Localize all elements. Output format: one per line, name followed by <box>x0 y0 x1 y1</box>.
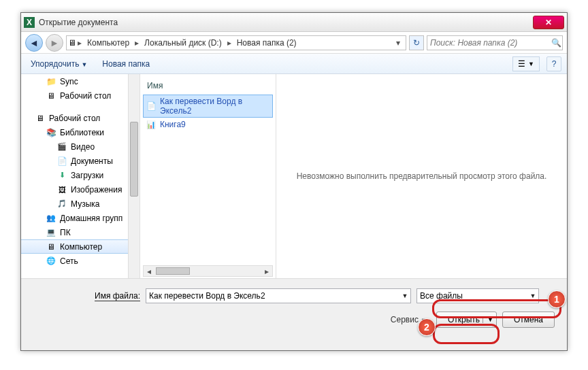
badge-1: 1 <box>548 290 566 308</box>
home-icon <box>46 213 56 224</box>
folder-icon <box>46 76 56 87</box>
forward-button[interactable]: ► <box>46 34 63 52</box>
preview-message: Невозможно выполнить предварительный про… <box>297 171 547 181</box>
file-name: Книга9 <box>160 120 186 129</box>
nav-tree[interactable]: SyncРабочий столРабочий столБиблиотекиВи… <box>21 74 140 278</box>
tree-node[interactable]: Рабочий стол <box>21 88 140 103</box>
file-item[interactable]: Как перевести Ворд в Эксель2 <box>143 95 273 118</box>
tree-label: Рабочий стол <box>60 91 111 101</box>
tree-node[interactable]: ПК <box>21 225 140 239</box>
refresh-button[interactable]: ↻ <box>409 35 424 50</box>
search-icon: 🔍 <box>550 38 562 48</box>
filename-combo[interactable]: ▼ <box>146 288 411 303</box>
tree-scrollbar[interactable] <box>128 74 140 278</box>
file-item[interactable]: Книга9 <box>143 118 273 131</box>
tree-node[interactable]: Домашняя групп <box>21 211 140 225</box>
tree-node[interactable]: Рабочий стол <box>21 111 140 125</box>
file-icon <box>146 119 157 130</box>
chevron-down-icon[interactable]: ▼ <box>399 292 410 299</box>
tree-node[interactable]: Библиотеки <box>21 125 140 139</box>
tree-label: Домашняя групп <box>60 214 122 223</box>
tree-label: Музыка <box>71 199 99 209</box>
search-box[interactable]: 🔍 <box>427 35 563 50</box>
breadcrumb[interactable]: ▸ Компьютер ▸ Локальный диск (D:) ▸ Нова… <box>66 35 406 50</box>
file-list[interactable]: Имя Как перевести Ворд в Эксель2Книга9 ◂… <box>140 74 276 278</box>
file-name: Как перевести Ворд в Эксель2 <box>160 97 270 116</box>
scrollbar-thumb[interactable] <box>130 122 138 197</box>
close-button[interactable]: ✕ <box>533 16 564 29</box>
tree-label: Документы <box>71 156 113 166</box>
filetype-filter[interactable]: ▼ <box>416 288 539 303</box>
pc-icon <box>46 227 56 238</box>
desktop-icon <box>46 90 56 101</box>
chevron-down-icon[interactable]: ▼ <box>527 292 538 299</box>
tree-label: Компьютер <box>60 242 102 252</box>
chevron-right-icon: ▸ <box>76 38 83 48</box>
tree-node[interactable]: Изображения <box>21 182 140 197</box>
back-button[interactable]: ◄ <box>25 34 43 52</box>
breadcrumb-seg[interactable]: Локальный диск (D:) <box>140 38 226 48</box>
scrollbar-thumb[interactable] <box>156 267 190 275</box>
filter-input[interactable] <box>417 291 527 301</box>
chevron-right-icon: ▸ <box>133 38 140 48</box>
breadcrumb-dropdown[interactable]: ▾ <box>392 38 404 48</box>
view-options[interactable]: ☰▼ <box>512 56 540 71</box>
desktop-icon <box>35 113 46 124</box>
window-title: Открытие документа <box>39 18 533 27</box>
svg-text:X: X <box>27 18 32 27</box>
tree-label: Видео <box>71 142 95 152</box>
titlebar: X Открытие документа ✕ <box>21 13 567 32</box>
organize-menu[interactable]: Упорядочить▼ <box>27 56 91 71</box>
new-folder-button[interactable]: Новая папка <box>98 56 154 71</box>
video-icon <box>56 141 67 152</box>
help-button[interactable]: ? <box>546 56 561 71</box>
toolbar: Упорядочить▼ Новая папка ☰▼ ? <box>21 54 567 74</box>
tree-node[interactable]: Документы <box>21 154 140 168</box>
tree-label: Sync <box>60 77 78 86</box>
doc-icon <box>56 156 67 167</box>
comp-icon <box>46 241 56 252</box>
bottom-panel: Имя файла: ▼ ▼ Сервис▼ Открыть▼ Отмена <box>21 278 567 335</box>
dialog-body: SyncРабочий столРабочий столБиблиотекиВи… <box>21 74 567 278</box>
tree-label: Загрузки <box>71 171 103 180</box>
search-input[interactable] <box>427 38 550 48</box>
lib-icon <box>46 127 56 138</box>
file-list-hscroll[interactable]: ◂ ▸ <box>143 265 273 277</box>
tree-node[interactable]: Музыка <box>21 197 140 211</box>
filename-label: Имя файла: <box>28 291 140 301</box>
tree-node[interactable]: Компьютер <box>21 239 140 254</box>
open-file-dialog: X Открытие документа ✕ ◄ ► ▸ Компьютер ▸… <box>20 12 568 351</box>
preview-pane: Невозможно выполнить предварительный про… <box>276 74 567 278</box>
scroll-right-icon[interactable]: ▸ <box>261 266 272 276</box>
badge-2: 2 <box>418 318 436 336</box>
open-button[interactable]: Открыть▼ <box>436 312 497 328</box>
tree-node[interactable]: Загрузки <box>21 168 140 182</box>
chevron-right-icon: ▸ <box>226 38 233 48</box>
tree-label: Рабочий стол <box>49 114 100 123</box>
breadcrumb-seg[interactable]: Новая папка (2) <box>233 38 301 48</box>
scroll-left-icon[interactable]: ◂ <box>144 266 154 276</box>
nav-row: ◄ ► ▸ Компьютер ▸ Локальный диск (D:) ▸ … <box>21 32 567 54</box>
tree-label: Изображения <box>71 185 122 195</box>
tree-node[interactable]: Сеть <box>21 254 140 268</box>
excel-icon: X <box>24 17 35 28</box>
filename-input[interactable] <box>146 291 399 301</box>
file-icon <box>146 101 157 112</box>
net-icon <box>46 256 56 267</box>
music-icon <box>56 199 67 209</box>
tree-label: Библиотеки <box>60 128 104 137</box>
tree-node[interactable]: Sync <box>21 74 140 88</box>
computer-icon <box>68 38 76 48</box>
tree-label: ПК <box>60 228 71 237</box>
img-icon <box>56 184 67 195</box>
tree-label: Сеть <box>60 256 78 266</box>
column-header-name[interactable]: Имя <box>143 80 273 95</box>
down-icon <box>56 170 67 181</box>
cancel-button[interactable]: Отмена <box>502 312 555 328</box>
breadcrumb-seg[interactable]: Компьютер <box>83 38 133 48</box>
tree-node[interactable]: Видео <box>21 139 140 154</box>
